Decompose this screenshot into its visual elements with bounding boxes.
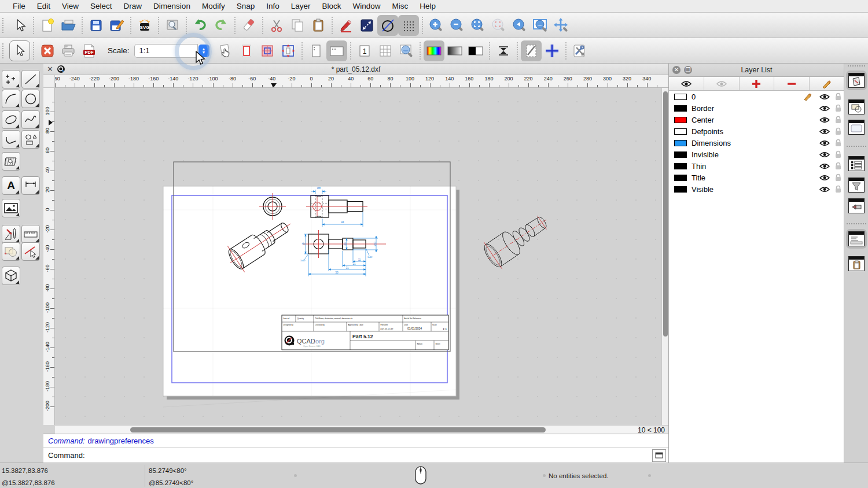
layer-eye-toggle[interactable] xyxy=(819,173,830,184)
dock-selection-filter-button[interactable] xyxy=(848,178,865,193)
layer-row-invisible[interactable]: Invisible xyxy=(669,149,844,160)
layer-eye-toggle[interactable] xyxy=(819,104,830,114)
grid-toggle-button[interactable] xyxy=(398,15,419,36)
paste-button[interactable] xyxy=(308,15,329,36)
select-tool-button[interactable] xyxy=(9,15,30,36)
menu-item-window[interactable]: Window xyxy=(347,2,387,10)
layer-eye-toggle[interactable] xyxy=(819,162,830,172)
scale-stepper[interactable]: ▲▼ xyxy=(198,45,209,57)
line-tools-button[interactable] xyxy=(21,70,40,88)
layer-row-visible[interactable]: Visible xyxy=(669,183,844,195)
spline-tools-button[interactable] xyxy=(21,110,40,129)
portrait-button[interactable] xyxy=(306,40,326,61)
open-file-button[interactable] xyxy=(58,15,79,36)
menu-item-select[interactable]: Select xyxy=(84,2,118,10)
shape-tools-button[interactable] xyxy=(21,130,40,149)
layer-lock-toggle[interactable] xyxy=(834,127,842,138)
layer-color-swatch[interactable] xyxy=(674,175,687,181)
layer-row-thin[interactable]: Thin xyxy=(669,160,844,172)
dock-drag-handle[interactable] xyxy=(848,65,865,66)
edit-layer-button[interactable] xyxy=(810,77,844,90)
command-options-button[interactable] xyxy=(652,449,666,462)
menu-item-modify[interactable]: Modify xyxy=(196,2,231,10)
restrict-off-button[interactable] xyxy=(377,15,398,36)
layer-color-swatch[interactable] xyxy=(674,186,687,193)
arc-tools-button[interactable] xyxy=(2,90,20,108)
layer-visibility-icon[interactable] xyxy=(819,116,830,124)
hide-all-layers-button[interactable] xyxy=(704,77,740,90)
layer-color-swatch[interactable] xyxy=(674,163,687,169)
layer-visibility-icon[interactable] xyxy=(819,162,830,170)
layer-lock-icon[interactable] xyxy=(834,185,842,193)
menu-item-snap[interactable]: Snap xyxy=(231,2,261,10)
menu-item-block[interactable]: Block xyxy=(317,2,347,10)
layer-eye-toggle[interactable] xyxy=(819,150,830,161)
wireframe-isometric[interactable] xyxy=(479,206,556,272)
block-tools-button[interactable] xyxy=(2,242,20,261)
print-button[interactable] xyxy=(58,40,79,61)
circle-tools-button[interactable] xyxy=(21,90,40,108)
projection-tools-button[interactable] xyxy=(2,267,20,285)
draw-tool-button[interactable] xyxy=(336,15,356,36)
dock-command-line-button[interactable] xyxy=(848,231,865,246)
horizontal-scrollbar-track[interactable] xyxy=(55,426,638,434)
layer-lock-toggle[interactable] xyxy=(834,162,842,172)
layer-visibility-icon[interactable] xyxy=(819,105,830,112)
layer-row-border[interactable]: Border xyxy=(669,102,844,114)
add-layer-button[interactable] xyxy=(740,77,775,90)
layer-color-swatch[interactable] xyxy=(674,151,687,158)
dock-view-list-button[interactable] xyxy=(848,120,865,135)
window-zoom-button[interactable] xyxy=(530,15,551,36)
ellipse-tools-button[interactable] xyxy=(2,110,20,129)
move-paper-button[interactable] xyxy=(215,40,236,61)
layer-lock-icon[interactable] xyxy=(834,139,842,147)
layer-row-center[interactable]: Center xyxy=(669,114,844,125)
layer-lock-icon[interactable] xyxy=(834,127,842,135)
save-button[interactable] xyxy=(86,15,106,36)
layer-eye-toggle[interactable] xyxy=(819,185,830,195)
save-as-button[interactable] xyxy=(106,15,127,36)
image-tool-button[interactable] xyxy=(2,199,20,217)
menu-item-file[interactable]: File xyxy=(7,2,31,10)
command-input[interactable] xyxy=(89,449,649,461)
zoom-out-button[interactable] xyxy=(447,15,468,36)
draft-mode-button[interactable] xyxy=(521,40,542,61)
layer-visibility-icon[interactable] xyxy=(819,139,830,147)
layer-eye-toggle[interactable] xyxy=(819,127,830,138)
layer-color-swatch[interactable] xyxy=(674,105,687,112)
selection-mode-button[interactable] xyxy=(9,40,30,61)
menu-item-layer[interactable]: Layer xyxy=(285,2,317,10)
polyline-tools-button[interactable] xyxy=(2,130,20,149)
menu-item-draw[interactable]: Draw xyxy=(118,2,148,10)
cut-button[interactable] xyxy=(266,15,287,36)
menu-item-help[interactable]: Help xyxy=(414,2,442,10)
layer-color-swatch[interactable] xyxy=(674,117,687,123)
dimension-tool-button[interactable] xyxy=(356,15,377,36)
horizontal-scrollbar-thumb[interactable] xyxy=(130,427,546,432)
remove-layer-button[interactable] xyxy=(774,77,810,90)
layer-lock-toggle[interactable] xyxy=(834,150,842,161)
auto-zoom-button[interactable] xyxy=(468,15,488,36)
copy-button[interactable] xyxy=(287,15,308,36)
layer-lock-icon[interactable] xyxy=(834,93,842,101)
show-reference-points-button[interactable] xyxy=(542,40,562,61)
layer-color-swatch[interactable] xyxy=(674,128,687,135)
show-all-layers-button[interactable] xyxy=(669,77,704,90)
zoom-in-button[interactable] xyxy=(426,15,447,36)
hatch-tools-button[interactable] xyxy=(2,152,20,171)
scale-input[interactable] xyxy=(134,44,198,58)
dock-layer-list-button[interactable] xyxy=(848,73,865,88)
menu-item-misc[interactable]: Misc xyxy=(387,2,414,10)
menu-item-edit[interactable]: Edit xyxy=(31,2,56,10)
menu-item-info[interactable]: Info xyxy=(260,2,285,10)
layer-lock-icon[interactable] xyxy=(834,116,842,124)
layer-visibility-icon[interactable] xyxy=(819,93,830,101)
full-color-button[interactable] xyxy=(424,40,444,61)
layer-eye-toggle[interactable] xyxy=(819,116,830,126)
layer-lock-icon[interactable] xyxy=(834,173,842,182)
dock-block-list-button[interactable] xyxy=(848,99,865,114)
drawing-canvas[interactable]: Ø8 41 xyxy=(55,88,668,425)
modify-tools-button[interactable] xyxy=(2,225,20,243)
zoom-to-page-button[interactable] xyxy=(396,40,417,61)
dimension-tools-button[interactable] xyxy=(21,176,40,195)
